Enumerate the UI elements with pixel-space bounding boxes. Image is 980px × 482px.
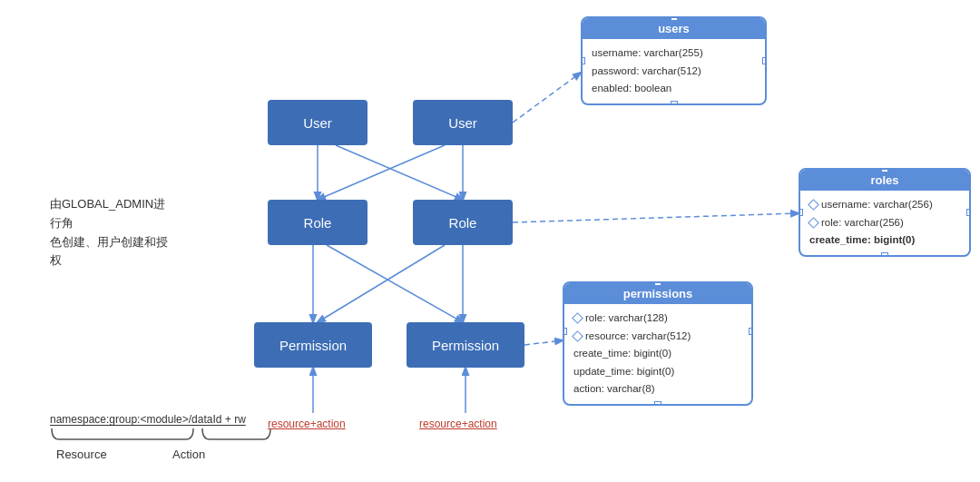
perms-card-left-connector [563, 328, 567, 335]
users-card-body: username: varchar(255) password: varchar… [583, 39, 765, 103]
namespace-label: namespace:group:<module>/dataId + rw [50, 413, 246, 426]
users-field-password: password: varchar(512) [592, 63, 756, 81]
permissions-card: permissions role: varchar(128) resource:… [563, 281, 753, 406]
users-card-top-connector [671, 16, 678, 21]
svg-line-1 [336, 145, 463, 200]
roles-field-role: role: varchar(256) [809, 214, 960, 232]
perm-field-resource: resource: varchar(512) [573, 328, 742, 346]
roles-card-bottom-connector [881, 252, 888, 257]
user1-label: User [303, 115, 332, 131]
perms-card-bottom-connector [654, 401, 662, 406]
perm-field-create-time: create_time: bigint(0) [573, 345, 742, 363]
perm-field-action: action: varchar(8) [573, 380, 742, 398]
users-field-enabled: enabled: boolean [592, 80, 756, 98]
user2-node: User [413, 100, 513, 145]
diagram-container: User User Role Role Permission Permissio… [0, 0, 980, 482]
users-card-left-connector [581, 57, 585, 64]
user2-label: User [448, 115, 477, 131]
svg-line-12 [524, 340, 563, 345]
perm-field-update-time: update_time: bigint(0) [573, 363, 742, 381]
roles-card-top-connector [881, 168, 888, 172]
roles-card-header: roles [800, 170, 969, 191]
permissions-card-body: role: varchar(128) resource: varchar(512… [564, 304, 751, 404]
svg-line-2 [318, 145, 445, 200]
resource-action-label-1: resource+action [268, 418, 346, 430]
svg-line-5 [327, 245, 463, 322]
resource-action-label-2: resource+action [419, 418, 497, 430]
users-card: users username: varchar(255) password: v… [581, 16, 767, 105]
users-card-header: users [583, 18, 765, 39]
roles-card: roles username: varchar(256) role: varch… [799, 168, 971, 257]
role1-label: Role [304, 215, 332, 231]
perms-card-right-connector [749, 328, 753, 335]
users-field-username: username: varchar(255) [592, 44, 756, 63]
role2-node: Role [413, 200, 513, 245]
roles-field-username: username: varchar(256) [809, 196, 960, 214]
diamond-icon [572, 330, 583, 342]
svg-line-10 [513, 73, 581, 123]
diamond-icon [808, 199, 819, 211]
roles-card-left-connector [799, 209, 803, 216]
action-label: Action [172, 448, 205, 461]
diamond-icon [808, 217, 819, 229]
perm-field-role: role: varchar(128) [573, 310, 742, 328]
users-card-bottom-connector [671, 101, 678, 105]
diamond-icon [572, 312, 583, 324]
perm2-label: Permission [432, 338, 499, 353]
roles-card-right-connector [966, 209, 971, 216]
perms-card-top-connector [654, 281, 662, 286]
svg-line-6 [318, 245, 445, 322]
perm2-node: Permission [407, 322, 524, 368]
permissions-card-header: permissions [564, 283, 751, 304]
role2-label: Role [449, 215, 477, 231]
roles-field-create-time: create_time: bigint(0) [809, 231, 960, 250]
perm1-node: Permission [254, 322, 372, 368]
user1-node: User [268, 100, 368, 145]
svg-line-11 [513, 213, 799, 222]
perm1-label: Permission [279, 338, 347, 353]
role1-node: Role [268, 200, 368, 245]
roles-card-body: username: varchar(256) role: varchar(256… [800, 191, 969, 255]
resource-label: Resource [56, 448, 107, 461]
users-card-right-connector [762, 57, 767, 64]
